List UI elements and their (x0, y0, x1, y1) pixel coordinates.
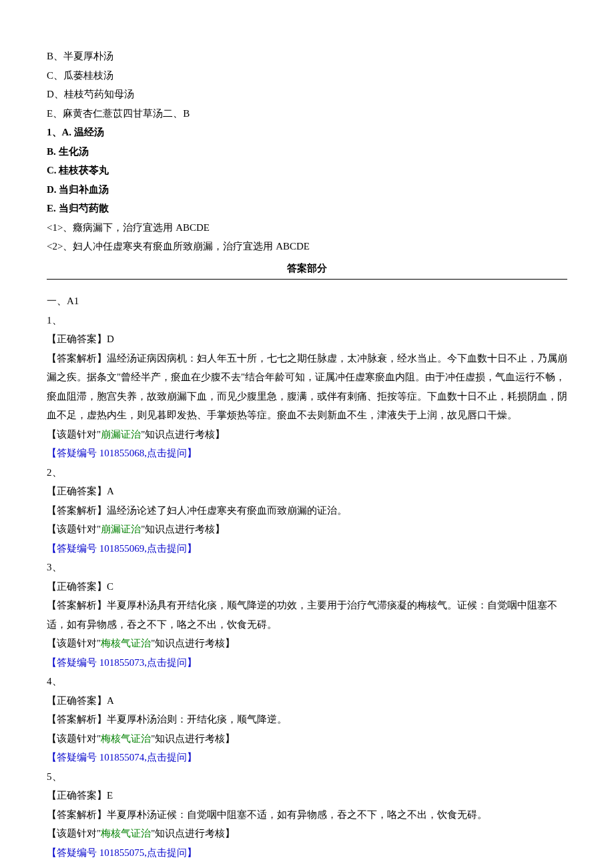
knowledge-point: 【该题针对"崩漏证治"知识点进行考核】 (47, 425, 567, 444)
q1-d: D. 当归补血汤 (47, 180, 567, 199)
topic-link[interactable]: 崩漏证治 (101, 524, 141, 534)
answer-analysis: 【答案解析】温经汤论述了妇人冲任虚寒夹有瘀血而致崩漏的证治。 (47, 501, 567, 520)
answer-analysis: 【答案解析】半夏厚朴汤证候：自觉咽中阻塞不适，如有异物感，吞之不下，咯之不出，饮… (47, 805, 567, 825)
topic-link[interactable]: 梅核气证治 (101, 638, 151, 648)
knowledge-point: 【该题针对"崩漏证治"知识点进行考核】 (47, 520, 567, 539)
faq-link[interactable]: 【答疑编号 101855069,点击提问】 (47, 539, 567, 558)
correct-answer: 【正确答案】E (47, 786, 567, 805)
faq-link[interactable]: 【答疑编号 101855075,点击提问】 (47, 843, 567, 863)
correct-answer: 【正确答案】A (47, 691, 567, 711)
section-a1: 一、A1 (47, 292, 567, 311)
q1-b: B. 生化汤 (47, 142, 567, 161)
option-d: D、桂枝芍药知母汤 (47, 85, 567, 104)
answer-analysis: 【答案解析】半夏厚朴汤具有开结化痰，顺气降逆的功效，主要用于治疗气滞痰凝的梅核气… (47, 596, 567, 634)
answer-num: 1、 (47, 311, 567, 330)
faq-link[interactable]: 【答疑编号 101855074,点击提问】 (47, 748, 567, 767)
option-e: E、麻黄杏仁薏苡四甘草汤二、B (47, 104, 567, 123)
answer-item: 2、 【正确答案】A 【答案解析】温经汤论述了妇人冲任虚寒夹有瘀血而致崩漏的证治… (47, 463, 567, 558)
answer-item: 6、 【正确答案】B (47, 862, 567, 868)
correct-answer: 【正确答案】C (47, 577, 567, 596)
knowledge-point: 【该题针对"梅核气证治"知识点进行考核】 (47, 729, 567, 749)
answer-num: 4、 (47, 672, 567, 691)
option-c: C、瓜蒌桂枝汤 (47, 66, 567, 85)
answer-num: 6、 (47, 862, 567, 868)
topic-link[interactable]: 梅核气证治 (101, 828, 151, 839)
answer-item: 1、 【正确答案】D 【答案解析】温经汤证病因病机：妇人年五十所，七七之期任脉虚… (47, 311, 567, 463)
knowledge-point: 【该题针对"梅核气证治"知识点进行考核】 (47, 634, 567, 653)
answer-section-title: 答案部分 (47, 259, 567, 280)
answer-analysis: 【答案解析】温经汤证病因病机：妇人年五十所，七七之期任脉虚，太冲脉衰，经水当止。… (47, 349, 567, 425)
q1-sub1: <1>、癥病漏下，治疗宜选用 ABCDE (47, 218, 567, 238)
q1-c: C. 桂枝茯苓丸 (47, 161, 567, 180)
faq-link[interactable]: 【答疑编号 101855073,点击提问】 (47, 653, 567, 673)
q1-e: E. 当归芍药散 (47, 199, 567, 218)
answer-item: 5、 【正确答案】E 【答案解析】半夏厚朴汤证候：自觉咽中阻塞不适，如有异物感，… (47, 767, 567, 863)
answer-item: 3、 【正确答案】C 【答案解析】半夏厚朴汤具有开结化痰，顺气降逆的功效，主要用… (47, 558, 567, 672)
topic-link[interactable]: 崩漏证治 (101, 429, 141, 440)
q1-sub2: <2>、妇人冲任虚寒夹有瘀血所致崩漏，治疗宜选用 ABCDE (47, 237, 567, 256)
correct-answer: 【正确答案】A (47, 482, 567, 501)
answer-num: 3、 (47, 558, 567, 577)
option-b: B、半夏厚朴汤 (47, 47, 567, 66)
q1-a: 1、A. 温经汤 (47, 123, 567, 142)
answer-analysis: 【答案解析】半夏厚朴汤治则：开结化痰，顺气降逆。 (47, 710, 567, 729)
topic-link[interactable]: 梅核气证治 (101, 733, 151, 744)
faq-link[interactable]: 【答疑编号 101855068,点击提问】 (47, 444, 567, 463)
correct-answer: 【正确答案】D (47, 330, 567, 349)
knowledge-point: 【该题针对"梅核气证治"知识点进行考核】 (47, 824, 567, 843)
answer-num: 2、 (47, 463, 567, 482)
answer-num: 5、 (47, 767, 567, 787)
answer-item: 4、 【正确答案】A 【答案解析】半夏厚朴汤治则：开结化痰，顺气降逆。 【该题针… (47, 672, 567, 767)
